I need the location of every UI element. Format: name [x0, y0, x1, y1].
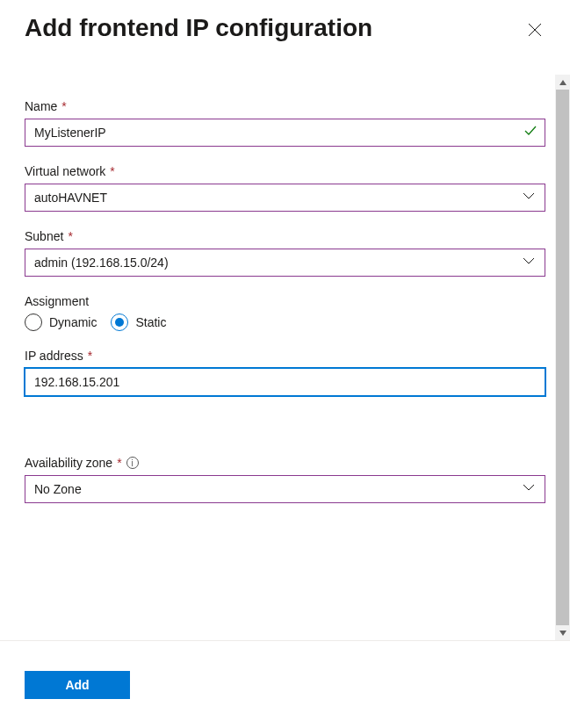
vnet-label-text: Virtual network [25, 164, 105, 178]
radio-label-dynamic: Dynamic [49, 315, 97, 329]
ip-input[interactable] [25, 368, 545, 396]
assignment-radio-group: Dynamic Static [25, 314, 545, 331]
subnet-label-text: Subnet [25, 229, 63, 243]
close-icon [528, 23, 542, 37]
name-input[interactable] [25, 119, 545, 147]
scrollbar[interactable] [555, 75, 570, 640]
name-label-text: Name [25, 99, 57, 113]
subnet-select[interactable]: admin (192.168.15.0/24) [25, 249, 545, 277]
zone-field: Availability zone * i No Zone [25, 456, 545, 503]
radio-button-icon [25, 314, 42, 331]
vnet-label: Virtual network * [25, 164, 545, 178]
required-indicator: * [61, 99, 66, 113]
info-icon[interactable]: i [126, 457, 139, 469]
scroll-up-button[interactable] [555, 75, 570, 90]
assignment-field: Assignment Dynamic Static [25, 294, 545, 331]
assignment-radio-dynamic[interactable]: Dynamic [25, 314, 97, 331]
assignment-radio-static[interactable]: Static [111, 314, 166, 331]
required-indicator: * [88, 349, 92, 363]
zone-label: Availability zone * i [25, 456, 545, 470]
vnet-value: autoHAVNET [34, 191, 107, 205]
subnet-value: admin (192.168.15.0/24) [34, 256, 169, 270]
vnet-field: Virtual network * autoHAVNET [25, 164, 545, 212]
add-button[interactable]: Add [25, 671, 130, 699]
required-indicator: * [110, 164, 114, 178]
checkmark-icon [523, 123, 538, 142]
name-label: Name * [25, 99, 545, 113]
radio-dot-icon [115, 318, 124, 327]
ip-input-wrap [25, 368, 545, 396]
vnet-select[interactable]: autoHAVNET [25, 184, 545, 212]
chevron-down-icon [522, 480, 536, 498]
scrollbar-thumb[interactable] [556, 90, 569, 625]
name-input-wrap [25, 119, 545, 147]
triangle-up-icon [559, 78, 567, 87]
radio-button-selected-icon [111, 314, 128, 331]
required-indicator: * [117, 456, 121, 470]
close-button[interactable] [524, 19, 545, 40]
assignment-label-text: Assignment [25, 294, 89, 308]
zone-label-text: Availability zone [25, 456, 112, 470]
triangle-down-icon [559, 629, 567, 638]
radio-label-static: Static [135, 315, 166, 329]
panel-header: Add frontend IP configuration [0, 0, 570, 42]
chevron-down-icon [522, 254, 536, 271]
form-scroll-area: Name * Virtual network * autoHAVNET Subn… [0, 75, 570, 640]
ip-field: IP address * [25, 349, 545, 396]
subnet-field: Subnet * admin (192.168.15.0/24) [25, 229, 545, 277]
chevron-down-icon [522, 189, 536, 206]
ip-label-text: IP address [25, 349, 83, 363]
subnet-label: Subnet * [25, 229, 545, 243]
assignment-label: Assignment [25, 294, 545, 308]
zone-value: No Zone [34, 482, 82, 496]
zone-select[interactable]: No Zone [25, 475, 545, 503]
scroll-down-button[interactable] [555, 625, 570, 640]
panel-footer: Add [0, 640, 570, 728]
ip-label: IP address * [25, 349, 545, 363]
name-field: Name * [25, 99, 545, 147]
required-indicator: * [68, 229, 72, 243]
panel-title: Add frontend IP configuration [25, 14, 372, 42]
